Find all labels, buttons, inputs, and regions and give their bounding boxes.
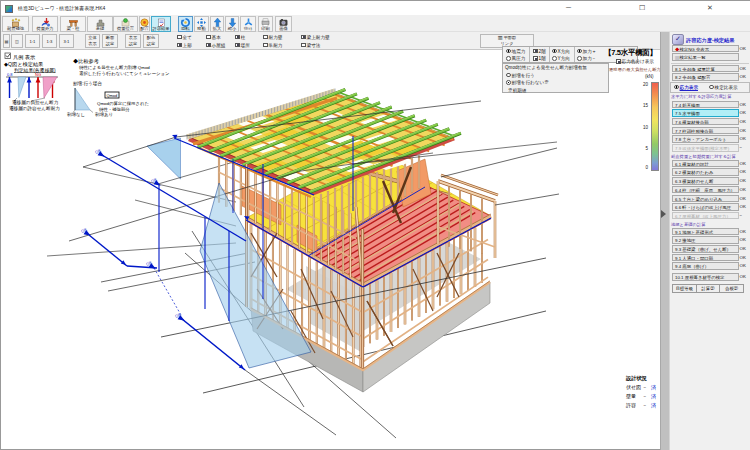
svg-text:－: － [642,402,647,408]
svg-text:－: － [642,384,647,390]
svg-text:凡例 表示: 凡例 表示 [13,54,35,61]
svg-text:伏せ図: 伏せ図 [626,384,641,391]
svg-text:選択した行う/行わないにてシミュレーション: 選択した行う/行わないにてシミュレーション [79,70,170,77]
svg-text:0.8: 0.8 [7,72,13,77]
svg-text:遷移層の許容せん断耐力: 遷移層の許容せん断耐力 [9,105,60,112]
svg-text:割増あり: 割増あり [95,112,113,118]
svg-text:済: 済 [651,402,656,409]
svg-text:割増:行う場合: 割増:行う場合 [73,80,102,87]
svg-text:設計状況: 設計状況 [625,375,648,382]
svg-text:済: 済 [651,384,656,391]
svg-text:NG: NG [35,72,41,77]
svg-text:壁量: 壁量 [626,393,636,399]
svg-text:◆比較参考: ◆比較参考 [73,58,99,65]
svg-text:Qmod: Qmod [107,93,118,98]
svg-text:許容: 許容 [626,402,636,408]
svg-text:済: 済 [651,393,656,400]
svg-text:－: － [642,393,647,399]
svg-text:割増なし: 割増なし [67,112,85,117]
svg-text:◆Q図と検定結果: ◆Q図と検定結果 [4,61,43,68]
